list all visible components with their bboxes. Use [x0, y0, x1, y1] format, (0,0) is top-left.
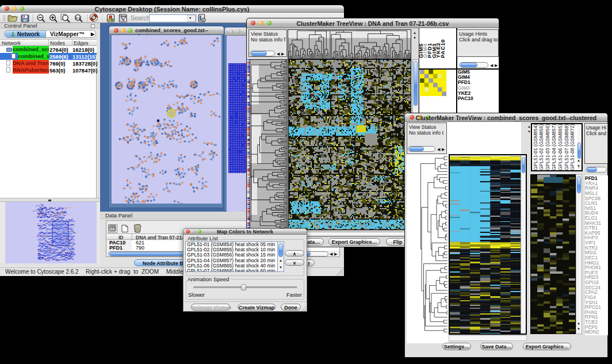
svg-text:GPL51-02 (GSM855): GPL51-02 (GSM855) [538, 124, 544, 170]
svg-text:GPL51-03 (GSM856): GPL51-03 (GSM856) [545, 124, 550, 170]
svg-text:1:1: 1:1 [75, 16, 81, 20]
svg-text:GPL51-08 (GSM872): GPL51-08 (GSM872) [569, 124, 575, 170]
svg-text:PAC10: PAC10 [439, 39, 446, 58]
svg-text:Search:: Search: [131, 14, 151, 21]
svg-text:GPL51-06 (GSM865): GPL51-06 (GSM865) [557, 124, 563, 170]
svg-text:GPL51-01 (GSM854): GPL51-01 (GSM854) [533, 124, 538, 170]
svg-text:GPL51-07 (GSM868): GPL51-07 (GSM868) [564, 124, 569, 170]
svg-text:GPL51-04 (GSM857): GPL51-04 (GSM857) [551, 124, 557, 170]
